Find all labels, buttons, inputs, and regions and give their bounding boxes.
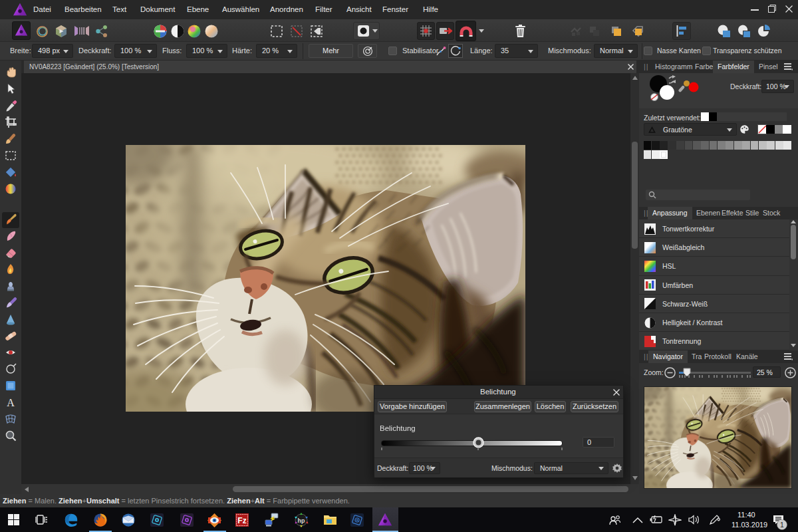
- svg-text:1: 1: [780, 521, 784, 529]
- svg-text:A: A: [7, 397, 15, 408]
- svg-text:hp: hp: [298, 517, 305, 524]
- svg-text:Fz: Fz: [237, 516, 246, 525]
